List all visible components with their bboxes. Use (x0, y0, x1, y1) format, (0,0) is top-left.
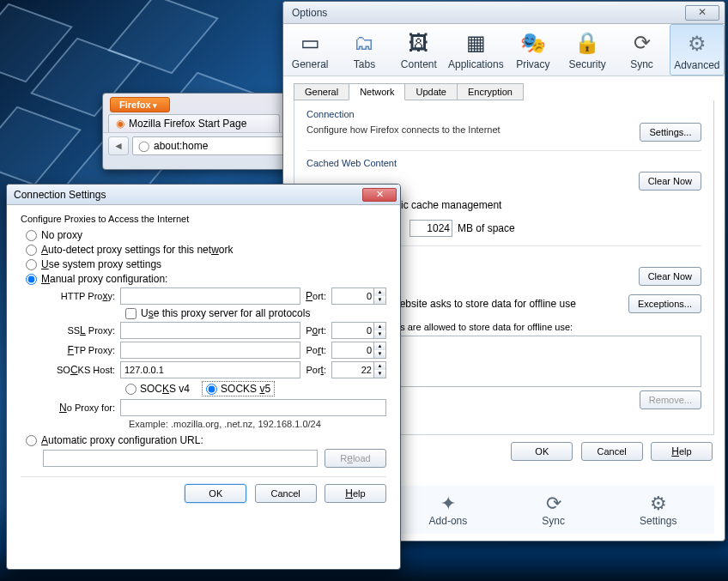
general-icon: ▭ (296, 29, 324, 57)
cache-size-input[interactable] (410, 220, 452, 237)
options-close-button[interactable]: ✕ (685, 5, 719, 21)
cat-content[interactable]: 🖼Content (392, 24, 446, 76)
sync-icon: ⟳ (628, 29, 656, 57)
cat-advanced[interactable]: ⚙Advanced (670, 24, 725, 76)
manual-proxy-label: Manual proxy configuration: (41, 273, 167, 285)
http-port-label: Port: (300, 290, 331, 302)
socks-v5-radio[interactable] (206, 384, 217, 395)
offline-exceptions-button[interactable]: Exceptions... (628, 294, 701, 313)
connection-heading: Connection (306, 109, 701, 119)
connection-settings-dialog: Connection Settings ✕ Configure Proxies … (6, 184, 401, 570)
options-cancel-button[interactable]: Cancel (581, 442, 643, 461)
privacy-icon: 🎭 (519, 29, 547, 57)
socks-v4-label: SOCKS v4 (140, 383, 190, 395)
settings-strip-icon: ⚙ (640, 493, 676, 515)
ftp-port-input[interactable] (331, 342, 374, 359)
auto-url-radio[interactable] (26, 435, 37, 446)
advanced-subtabs: General Network Update Encryption (294, 83, 725, 100)
ftp-proxy-input[interactable] (120, 342, 300, 359)
firefox-menu-button[interactable]: Firefox (110, 97, 170, 112)
cache-clear-button[interactable]: Clear Now (639, 172, 701, 191)
ssl-port-input[interactable] (331, 322, 374, 339)
browser-tab[interactable]: ◉ Mozilla Firefox Start Page (108, 114, 280, 132)
proxy-heading: Configure Proxies to Access the Internet (21, 214, 386, 224)
cache-unit: MB of space (458, 222, 515, 234)
auto-detect-label: Auto-detect proxy settings for this netw… (41, 244, 233, 256)
ssl-proxy-input[interactable] (120, 322, 300, 339)
offline-remove-button[interactable]: Remove... (640, 390, 701, 409)
socks-host-input[interactable] (120, 361, 300, 378)
connection-title: Connection Settings (10, 189, 362, 201)
connection-close-button[interactable]: ✕ (362, 188, 397, 202)
http-port-spinner[interactable]: ▲▼ (374, 287, 386, 305)
cache-heading: Cached Web Content (306, 158, 701, 168)
subtab-network[interactable]: Network (349, 83, 405, 100)
gear-icon: ⚙ (683, 30, 711, 57)
cat-privacy[interactable]: 🎭Privacy (507, 24, 561, 76)
cat-tabs[interactable]: 🗂Tabs (337, 24, 391, 76)
cache-override-label: atic cache management (392, 199, 501, 211)
options-help-button[interactable]: Help (651, 442, 713, 461)
http-port-input[interactable] (331, 287, 374, 305)
system-proxy-radio[interactable] (26, 259, 37, 270)
subtab-general[interactable]: General (294, 83, 349, 100)
strip-addons[interactable]: ✦Add-ons (429, 493, 468, 527)
conn-help-button[interactable]: Help (325, 484, 386, 503)
sync-strip-icon: ⟳ (542, 493, 565, 515)
ssl-port-spinner[interactable]: ▲▼ (374, 322, 386, 339)
no-proxy-for-label: No Proxy for: (43, 402, 120, 414)
conn-ok-button[interactable]: OK (185, 484, 246, 503)
connection-desc: Configure how Firefox connects to the In… (306, 124, 500, 135)
auto-url-input[interactable] (43, 450, 318, 467)
socks-port-input[interactable] (331, 361, 374, 378)
cat-general[interactable]: ▭General (283, 24, 337, 76)
options-ok-button[interactable]: OK (511, 442, 573, 461)
ssl-port-label: Port: (300, 324, 331, 336)
connection-settings-button[interactable]: Settings... (640, 123, 701, 142)
manual-proxy-radio[interactable] (26, 274, 37, 285)
tab-title: Mozilla Firefox Start Page (129, 118, 246, 130)
socks-host-label: SOCKS Host: (43, 364, 120, 376)
applications-icon: ▦ (462, 29, 489, 57)
same-proxy-label: Use this proxy server for all protocols (141, 307, 310, 319)
offline-list-label: tes are allowed to store data for offlin… (392, 322, 701, 332)
ftp-port-label: Port: (300, 344, 331, 356)
auto-url-label: Automatic proxy configuration URL: (41, 434, 203, 446)
category-bar: ▭General 🗂Tabs 🖼Content ▦Applications 🎭P… (283, 24, 725, 76)
cat-security[interactable]: 🔒Security (561, 24, 615, 76)
firefox-icon: ◉ (116, 118, 124, 130)
cat-sync[interactable]: ⟳Sync (615, 24, 669, 76)
addons-icon: ✦ (429, 493, 468, 515)
subtab-encryption[interactable]: Encryption (457, 83, 524, 100)
globe-icon: ◯ (138, 140, 149, 152)
no-proxy-label: No proxy (41, 229, 82, 241)
lock-icon: 🔒 (573, 29, 601, 57)
url-text: about:home (154, 140, 208, 152)
content-icon: 🖼 (405, 29, 433, 57)
ftp-proxy-label: FTP Proxy: (43, 344, 120, 356)
connection-titlebar: Connection Settings ✕ (7, 185, 400, 205)
strip-sync[interactable]: ⟳Sync (542, 493, 565, 527)
system-proxy-label: Use system proxy settings (41, 258, 161, 270)
subtab-update[interactable]: Update (404, 83, 457, 100)
reload-button[interactable]: Reload (325, 449, 386, 468)
cat-applications[interactable]: ▦Applications (446, 24, 507, 76)
options-title: Options (288, 7, 685, 19)
socks-v4-radio[interactable] (125, 384, 136, 395)
http-proxy-input[interactable] (120, 287, 300, 305)
tabs-icon: 🗂 (350, 29, 378, 57)
no-proxy-example: Example: .mozilla.org, .net.nz, 192.168.… (129, 419, 386, 429)
no-proxy-for-input[interactable] (120, 399, 386, 416)
no-proxy-radio[interactable] (26, 230, 37, 241)
offline-clear-button[interactable]: Clear Now (639, 267, 701, 286)
back-button[interactable]: ◄ (108, 136, 129, 155)
offline-sites-list[interactable] (392, 336, 701, 387)
auto-detect-radio[interactable] (26, 245, 37, 256)
socks-port-label: Port: (300, 364, 331, 376)
same-proxy-checkbox[interactable] (125, 308, 136, 319)
socks-port-spinner[interactable]: ▲▼ (374, 361, 386, 378)
strip-settings[interactable]: ⚙Settings (640, 493, 676, 527)
conn-cancel-button[interactable]: Cancel (255, 484, 317, 503)
ftp-port-spinner[interactable]: ▲▼ (374, 342, 386, 359)
socks-v5-label: SOCKS v5 (221, 383, 270, 395)
